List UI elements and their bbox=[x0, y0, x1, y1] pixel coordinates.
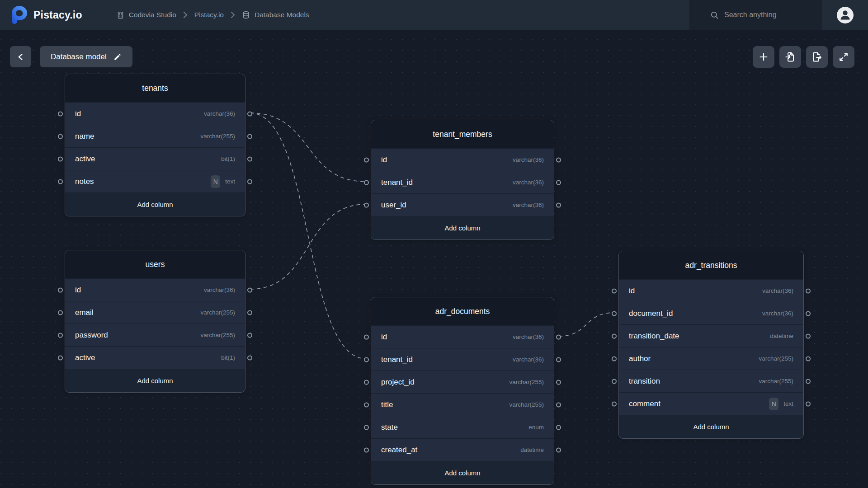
connector-port-right[interactable] bbox=[247, 179, 252, 184]
connector-port-left[interactable] bbox=[364, 334, 369, 339]
global-search[interactable] bbox=[689, 0, 822, 30]
connector-port-left[interactable] bbox=[612, 333, 617, 338]
column-row-password[interactable]: passwordvarchar(255) bbox=[65, 324, 245, 346]
connector-port-left[interactable] bbox=[58, 310, 63, 315]
brand[interactable]: Pistacy.io bbox=[0, 6, 82, 24]
column-row-id[interactable]: idvarchar(36) bbox=[65, 278, 245, 301]
column-row-user_id[interactable]: user_idvarchar(36) bbox=[371, 193, 554, 216]
connector-port-right[interactable] bbox=[556, 180, 561, 185]
add-column-button[interactable]: Add column bbox=[371, 216, 554, 239]
connector-port-right[interactable] bbox=[556, 334, 561, 339]
connector-port-left[interactable] bbox=[612, 311, 617, 316]
connector-port-right[interactable] bbox=[247, 111, 252, 116]
column-row-comment[interactable]: commentNtext bbox=[619, 392, 803, 415]
connector-port-right[interactable] bbox=[247, 310, 252, 315]
diagram-canvas[interactable]: Database model bbox=[0, 30, 868, 488]
column-row-id[interactable]: idvarchar(36) bbox=[65, 102, 245, 125]
connector-port-right[interactable] bbox=[806, 333, 811, 338]
column-row-active[interactable]: activebit(1) bbox=[65, 147, 245, 170]
connector-port-right[interactable] bbox=[247, 355, 252, 360]
connector-port-left[interactable] bbox=[364, 180, 369, 185]
import-button[interactable] bbox=[779, 46, 801, 68]
user-avatar[interactable] bbox=[837, 7, 854, 23]
column-row-id[interactable]: idvarchar(36) bbox=[371, 148, 554, 171]
column-row-transition[interactable]: transitionvarchar(255) bbox=[619, 370, 803, 392]
connector-port-right[interactable] bbox=[247, 156, 252, 161]
breadcrumb-item-database-models[interactable]: Database Models bbox=[242, 11, 309, 19]
connector-port-left[interactable] bbox=[364, 402, 369, 407]
table-title[interactable]: adr_documents bbox=[371, 297, 554, 325]
add-table-button[interactable] bbox=[753, 46, 774, 68]
connector-port-left[interactable] bbox=[364, 202, 369, 207]
connector-port-right[interactable] bbox=[556, 357, 561, 362]
db-table-adr_documents[interactable]: adr_documentsidvarchar(36)tenant_idvarch… bbox=[371, 297, 554, 485]
column-row-name[interactable]: namevarchar(255) bbox=[65, 125, 245, 147]
column-row-active[interactable]: activebit(1) bbox=[65, 346, 245, 369]
search-input[interactable] bbox=[724, 11, 801, 19]
diagram-title-button[interactable]: Database model bbox=[40, 46, 132, 67]
connector-port-right[interactable] bbox=[556, 402, 561, 407]
connector-port-right[interactable] bbox=[556, 157, 561, 162]
connector-port-left[interactable] bbox=[612, 379, 617, 384]
connector-port-right[interactable] bbox=[806, 356, 811, 361]
connector-port-left[interactable] bbox=[612, 356, 617, 361]
column-row-project_id[interactable]: project_idvarchar(255) bbox=[371, 371, 554, 393]
add-column-button[interactable]: Add column bbox=[619, 415, 803, 438]
export-button[interactable] bbox=[806, 46, 828, 68]
connector-port-right[interactable] bbox=[806, 311, 811, 316]
fullscreen-button[interactable] bbox=[833, 46, 854, 68]
connector-port-left[interactable] bbox=[58, 156, 63, 161]
column-row-created_at[interactable]: created_atdatetime bbox=[371, 438, 554, 461]
column-row-transition_date[interactable]: transition_datedatetime bbox=[619, 324, 803, 347]
connector-port-right[interactable] bbox=[247, 333, 252, 338]
back-button[interactable] bbox=[10, 46, 31, 67]
connector-port-left[interactable] bbox=[612, 288, 617, 293]
connector-port-left[interactable] bbox=[58, 111, 63, 116]
connector-port-right[interactable] bbox=[556, 447, 561, 452]
column-row-tenant_id[interactable]: tenant_idvarchar(36) bbox=[371, 348, 554, 371]
breadcrumb-item-project[interactable]: Pistacy.io bbox=[194, 11, 224, 19]
breadcrumb-item-workspace[interactable]: Codevia Studio bbox=[117, 11, 176, 19]
connector-port-left[interactable] bbox=[612, 401, 617, 406]
add-column-button[interactable]: Add column bbox=[65, 192, 245, 216]
add-column-button[interactable]: Add column bbox=[65, 369, 245, 392]
connector-port-left[interactable] bbox=[58, 134, 63, 139]
column-row-id[interactable]: idvarchar(36) bbox=[619, 279, 803, 302]
connector-port-left[interactable] bbox=[364, 425, 369, 430]
add-column-button[interactable]: Add column bbox=[371, 461, 554, 484]
db-table-tenant_members[interactable]: tenant_membersidvarchar(36)tenant_idvarc… bbox=[371, 120, 554, 240]
table-title[interactable]: tenant_members bbox=[371, 120, 554, 148]
table-title[interactable]: tenants bbox=[65, 74, 245, 102]
db-table-users[interactable]: usersidvarchar(36)emailvarchar(255)passw… bbox=[65, 250, 245, 393]
column-row-document_id[interactable]: document_idvarchar(36) bbox=[619, 302, 803, 324]
column-row-id[interactable]: idvarchar(36) bbox=[371, 325, 554, 348]
column-row-notes[interactable]: notesNtext bbox=[65, 170, 245, 192]
connector-port-left[interactable] bbox=[58, 333, 63, 338]
connector-port-right[interactable] bbox=[556, 425, 561, 430]
connector-port-right[interactable] bbox=[556, 202, 561, 207]
column-row-title[interactable]: titlevarchar(255) bbox=[371, 393, 554, 416]
connector-port-left[interactable] bbox=[364, 447, 369, 452]
building-icon bbox=[117, 11, 124, 19]
connector-port-right[interactable] bbox=[556, 380, 561, 385]
column-row-state[interactable]: stateenum bbox=[371, 416, 554, 438]
column-row-tenant_id[interactable]: tenant_idvarchar(36) bbox=[371, 171, 554, 193]
connector-port-right[interactable] bbox=[806, 401, 811, 406]
connector-port-right[interactable] bbox=[247, 134, 252, 139]
db-table-adr_transitions[interactable]: adr_transitionsidvarchar(36)document_idv… bbox=[618, 251, 804, 439]
connector-port-left[interactable] bbox=[364, 380, 369, 385]
column-row-author[interactable]: authorvarchar(255) bbox=[619, 347, 803, 370]
connector-port-left[interactable] bbox=[364, 157, 369, 162]
column-name: tenant_id bbox=[381, 355, 413, 364]
table-title[interactable]: users bbox=[65, 250, 245, 278]
connector-port-left[interactable] bbox=[58, 355, 63, 360]
table-title[interactable]: adr_transitions bbox=[619, 251, 803, 279]
db-table-tenants[interactable]: tenantsidvarchar(36)namevarchar(255)acti… bbox=[65, 74, 245, 216]
connector-port-left[interactable] bbox=[364, 357, 369, 362]
connector-port-left[interactable] bbox=[58, 287, 63, 292]
connector-port-left[interactable] bbox=[58, 179, 63, 184]
connector-port-right[interactable] bbox=[806, 379, 811, 384]
column-row-email[interactable]: emailvarchar(255) bbox=[65, 301, 245, 324]
connector-port-right[interactable] bbox=[806, 288, 811, 293]
connector-port-right[interactable] bbox=[247, 287, 252, 292]
